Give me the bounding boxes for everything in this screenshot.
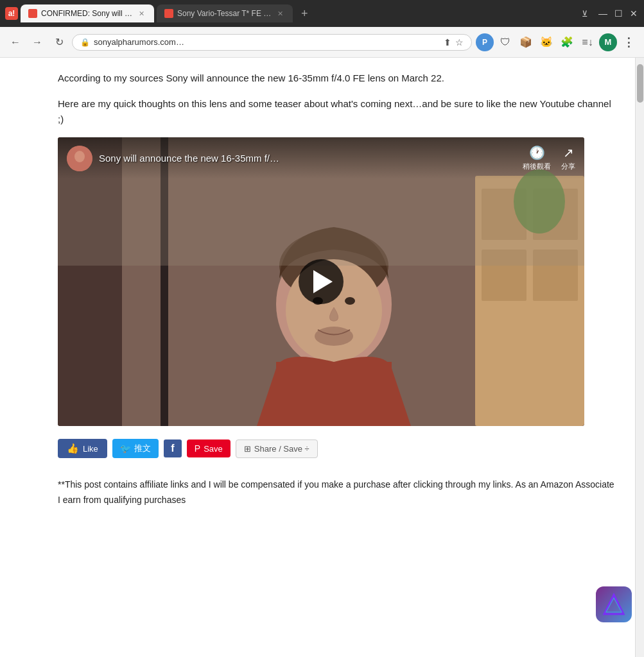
watch-later-icon: 🕐 [529,145,545,160]
share-action[interactable]: ↗ 分享 [561,145,575,171]
address-bar[interactable]: 🔒 sonyalpharumors.com… ⬆ ☆ [72,34,472,51]
menu-button[interactable]: ⋮ [620,33,638,51]
like-label: Like [83,444,98,454]
tabs-icon[interactable]: ⊻ [577,6,593,21]
reload-button[interactable]: ↻ [50,33,68,51]
tab2-favicon [164,9,173,18]
share-save-button[interactable]: ⊞ Share / Save ÷ [236,439,318,458]
profile-avatar[interactable]: M [599,33,617,51]
play-icon [313,270,333,293]
ext-icon-5[interactable]: 🧩 [558,33,576,51]
article-paragraph2: Here are my quick thoughts on this lens … [58,96,616,127]
fb-thumbs-up-icon: 👍 [67,443,79,454]
share-plus-icon: ⊞ [244,444,251,454]
scrollbar-track[interactable] [635,58,644,657]
share-label: 分享 [561,162,575,171]
video-embed[interactable]: Sony will announce the new 16-35mm f/… 🕐… [58,137,584,426]
ext-icon-6[interactable]: ≡↓ [579,33,596,51]
share-icon: ↗ [563,145,574,160]
svg-point-13 [315,327,353,346]
url-text: sonyalpharumors.com… [94,37,440,47]
close-button[interactable]: ✕ [629,8,639,19]
video-title: Sony will announce the new 16-35mm f/… [99,153,279,164]
window-controls: ⊻ — ☐ ✕ [577,6,639,21]
video-top-right: 🕐 稍後觀看 ↗ 分享 [523,145,575,171]
ext-icon-3[interactable]: 📦 [517,33,535,51]
twitter-tweet-button[interactable]: 🐦 推文 [112,439,159,458]
tab-1[interactable]: CONFIRMED: Sony will … ✕ [21,4,154,22]
affiliate-disclaimer: **This post contains affiliate links and… [58,477,616,508]
watch-later-label: 稍後觀看 [523,162,551,171]
maximize-button[interactable]: ☐ [613,8,623,19]
scrollbar-thumb[interactable] [637,64,643,103]
facebook-like-button[interactable]: 👍 Like [58,439,107,458]
play-button[interactable] [299,259,344,304]
fb-f-icon: f [171,443,174,454]
tab1-favicon [28,9,37,18]
share-save-label: Share / Save ÷ [254,444,309,454]
overlay-widget[interactable] [596,586,634,625]
nav-bar: ← → ↻ 🔒 sonyalpharumors.com… ⬆ ☆ P 🛡 📦 🐱… [0,27,644,58]
article-paragraph1: According to my sources Sony will announ… [58,71,616,86]
video-header: Sony will announce the new 16-35mm f/… 🕐… [58,137,584,179]
back-button[interactable]: ← [6,33,24,51]
page-area: According to my sources Sony will announ… [0,58,644,657]
page-content: According to my sources Sony will announ… [0,58,635,657]
tab1-close[interactable]: ✕ [136,8,146,19]
ext-icon-1[interactable]: P [476,33,494,51]
browser-window: a! CONFIRMED: Sony will … ✕ Sony Vario-T… [0,0,644,657]
svg-point-12 [345,297,355,305]
minimize-button[interactable]: — [598,8,608,19]
share-icon[interactable]: ⬆ [444,37,451,47]
lock-icon: 🔒 [80,38,90,47]
star-icon[interactable]: ☆ [455,37,464,47]
pinterest-icon: P [195,443,200,454]
tab1-label: CONFIRMED: Sony will … [41,9,132,18]
ext-icon-4[interactable]: 🐱 [537,33,555,51]
svg-rect-14 [276,362,392,426]
browser-logo: a! [5,7,18,20]
facebook-logo-button[interactable]: f [164,439,182,457]
twitter-bird-icon: 🐦 [120,443,131,454]
tab2-label: Sony Vario-Tessar T* FE … [177,9,271,18]
tab-2[interactable]: Sony Vario-Tessar T* FE … ✕ [157,4,293,22]
watch-later-action[interactable]: 🕐 稍後觀看 [523,145,551,171]
social-bar: 👍 Like 🐦 推文 f P Save ⊞ Share / Save ÷ [58,439,616,458]
tab2-close[interactable]: ✕ [275,8,285,19]
forward-button[interactable]: → [28,33,46,51]
pinterest-save-button[interactable]: P Save [187,439,231,457]
save-label: Save [204,444,223,454]
title-bar: a! CONFIRMED: Sony will … ✕ Sony Vario-T… [0,0,644,27]
nav-icons-right: P 🛡 📦 🐱 🧩 ≡↓ M ⋮ [476,33,638,51]
ext-icon-2[interactable]: 🛡 [496,33,514,51]
tweet-label: 推文 [134,443,151,454]
video-channel-avatar [67,146,92,171]
xinbuluo-widget[interactable] [596,586,632,622]
svg-point-18 [74,151,85,162]
new-tab-button[interactable]: + [295,4,313,22]
